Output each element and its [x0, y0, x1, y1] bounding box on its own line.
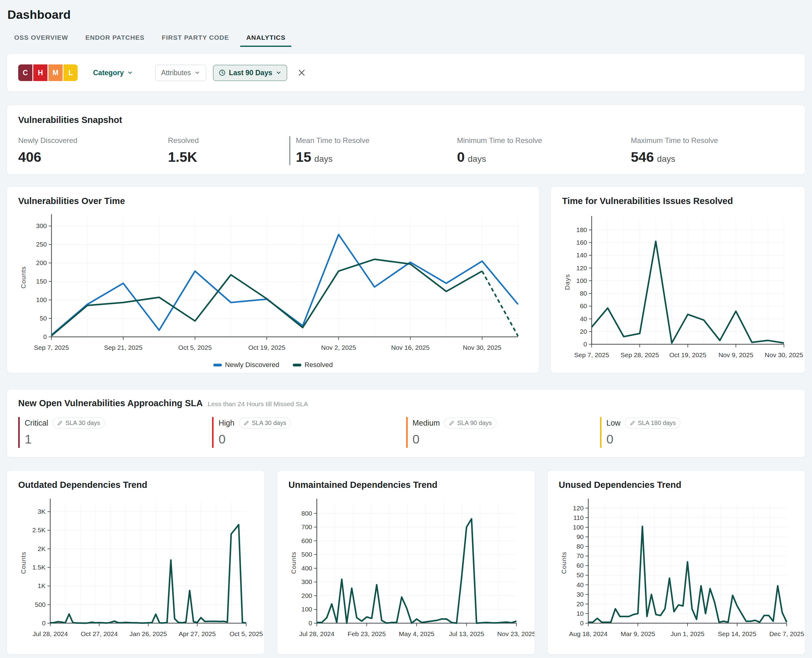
sla-item-low: Low SLA 180 days 0	[600, 417, 794, 448]
attributes-dropdown-label: Attributes	[161, 69, 191, 77]
svg-text:80: 80	[577, 543, 584, 550]
stat-label: Minimum Time to Resolve	[457, 136, 631, 145]
svg-text:120: 120	[576, 265, 587, 271]
svg-text:3K: 3K	[38, 508, 45, 515]
attributes-dropdown[interactable]: Attributes	[155, 65, 206, 81]
unmaintained-dependencies-card: Unmaintained Dependencies Trend 01002003…	[277, 470, 535, 655]
svg-text:0: 0	[584, 340, 587, 348]
severity-badge-high[interactable]: H	[33, 64, 47, 81]
svg-text:60: 60	[580, 302, 587, 309]
chevron-down-icon	[275, 70, 282, 76]
tab-oss-overview[interactable]: OSS OVERVIEW	[14, 34, 68, 47]
svg-text:Nov 16, 2025: Nov 16, 2025	[391, 344, 430, 351]
severity-filter-group[interactable]: C H M L	[18, 64, 78, 81]
svg-text:200: 200	[36, 259, 47, 266]
pencil-icon	[449, 420, 455, 426]
stat-mean-time-to-resolve: Mean Time to Resolve 15 days	[289, 136, 457, 165]
clear-filters-button[interactable]	[295, 68, 308, 78]
sla-edit-low-button[interactable]: SLA 180 days	[625, 418, 681, 428]
tab-analytics[interactable]: ANALYTICS	[246, 34, 285, 47]
stat-label: Mean Time to Resolve	[296, 136, 457, 145]
category-dropdown[interactable]: Category	[91, 69, 135, 77]
svg-text:100: 100	[576, 277, 587, 284]
svg-text:2.5K: 2.5K	[32, 526, 45, 534]
svg-text:Mar 9, 2025: Mar 9, 2025	[621, 630, 655, 638]
svg-text:0: 0	[43, 333, 47, 340]
sla-subtitle: Less than 24 Hours till Missed SLA	[208, 400, 308, 408]
svg-text:Dec 7, 2025: Dec 7, 2025	[769, 630, 804, 638]
clock-icon	[219, 69, 226, 77]
severity-badge-critical[interactable]: C	[18, 64, 32, 81]
svg-text:Feb 23, 2025: Feb 23, 2025	[347, 630, 386, 638]
svg-text:1K: 1K	[38, 582, 45, 589]
line-chart: 0100200300400500600700800Jul 28, 2024Feb…	[288, 494, 524, 646]
svg-text:2K: 2K	[38, 545, 45, 552]
sla-edit-medium-button[interactable]: SLA 90 days	[444, 418, 496, 428]
svg-text:Jan 26, 2025: Jan 26, 2025	[130, 630, 167, 638]
svg-text:Oct 5, 2025: Oct 5, 2025	[178, 344, 212, 351]
line-chart: 050100150200250300Sep 7, 2025Sep 21, 202…	[18, 210, 529, 359]
svg-text:500: 500	[35, 601, 45, 608]
severity-badge-medium[interactable]: M	[49, 64, 63, 81]
svg-text:Aug 18, 2024: Aug 18, 2024	[569, 630, 608, 638]
sla-edit-high-button[interactable]: SLA 30 days	[239, 418, 291, 428]
stat-value: 406	[18, 149, 41, 165]
page-title: Dashboard	[8, 8, 805, 22]
severity-badge-low[interactable]: L	[64, 64, 78, 81]
svg-text:Days: Days	[563, 274, 571, 290]
svg-text:Counts: Counts	[290, 551, 297, 574]
svg-text:Sep 21, 2025: Sep 21, 2025	[104, 344, 142, 351]
vulnerabilities-over-time-card: Vulnerabilities Over Time 05010015020025…	[7, 186, 539, 373]
legend-item-resolved[interactable]: Resolved	[293, 361, 333, 369]
line-chart: 05001K1.5K2K2.5K3KJul 28, 2024Oct 27, 20…	[18, 494, 254, 646]
sla-item-high: High SLA 30 days 0	[212, 417, 406, 448]
chart-title: Unused Dependencies Trend	[559, 480, 794, 490]
pencil-icon	[57, 420, 63, 426]
filter-bar: C H M L Category Attributes Last 90 Days	[7, 53, 805, 92]
line-chart: 020406080100120140160180Sep 7, 2025Sep 2…	[562, 210, 795, 368]
stat-label: Newly Discovered	[18, 136, 168, 145]
svg-text:Oct 5, 2025: Oct 5, 2025	[230, 630, 263, 638]
sla-items: Critical SLA 30 days 1 High	[18, 417, 794, 448]
svg-text:Oct 19, 2025: Oct 19, 2025	[249, 344, 285, 351]
pencil-icon	[630, 420, 635, 426]
legend-item-newly-discovered[interactable]: Newly Discovered	[213, 361, 279, 369]
sla-item-critical: Critical SLA 30 days 1	[18, 417, 212, 448]
sla-edit-critical-button[interactable]: SLA 30 days	[52, 418, 105, 428]
svg-text:Oct 19, 2025: Oct 19, 2025	[669, 351, 706, 359]
tab-first-party-code[interactable]: FIRST PARTY CODE	[162, 34, 229, 47]
svg-text:1.5K: 1.5K	[32, 564, 45, 571]
svg-text:160: 160	[576, 239, 587, 246]
category-dropdown-label: Category	[93, 69, 124, 77]
sla-pill-label: SLA 30 days	[65, 420, 100, 426]
svg-text:0: 0	[580, 619, 584, 627]
svg-text:700: 700	[301, 523, 312, 530]
stat-value: 1.5K	[168, 149, 197, 165]
svg-text:Sep 7, 2025: Sep 7, 2025	[34, 344, 69, 351]
svg-text:Sep 7, 2025: Sep 7, 2025	[574, 351, 609, 359]
tab-endor-patches[interactable]: ENDOR PATCHES	[85, 34, 144, 47]
svg-text:Apr 27, 2025: Apr 27, 2025	[179, 630, 216, 638]
unused-dependencies-chart: 0102030405060708090100110120Aug 18, 2024…	[559, 494, 794, 646]
svg-text:Sep 14, 2025: Sep 14, 2025	[718, 630, 757, 638]
charts-row-top: Vulnerabilities Over Time 05010015020025…	[7, 186, 805, 373]
svg-text:Counts: Counts	[560, 551, 567, 574]
outdated-dependencies-card: Outdated Dependencies Trend 05001K1.5K2K…	[7, 470, 265, 655]
svg-text:10: 10	[577, 610, 584, 617]
vulnerabilities-over-time-chart: 050100150200250300Sep 7, 2025Sep 21, 202…	[18, 210, 528, 359]
sla-count: 1	[25, 432, 212, 446]
sla-pill-label: SLA 30 days	[252, 420, 286, 426]
stat-label: Resolved	[168, 136, 289, 145]
svg-text:Nov 30, 2025: Nov 30, 2025	[463, 344, 501, 351]
stat-maximum-time-to-resolve: Maximum Time to Resolve 546 days	[631, 136, 718, 165]
svg-text:40: 40	[580, 315, 587, 323]
sla-card: New Open Vulnerabilities Approaching SLA…	[7, 389, 805, 457]
tab-bar: OSS OVERVIEW ENDOR PATCHES FIRST PARTY C…	[14, 34, 805, 47]
svg-text:100: 100	[36, 296, 47, 303]
sla-item-medium: Medium SLA 90 days 0	[406, 417, 600, 448]
time-range-filter[interactable]: Last 90 Days	[213, 65, 287, 81]
sla-severity-name: High	[219, 418, 234, 428]
outdated-dependencies-chart: 05001K1.5K2K2.5K3KJul 28, 2024Oct 27, 20…	[18, 494, 253, 646]
stat-newly-discovered: Newly Discovered 406	[18, 136, 168, 165]
svg-text:120: 120	[573, 504, 584, 512]
